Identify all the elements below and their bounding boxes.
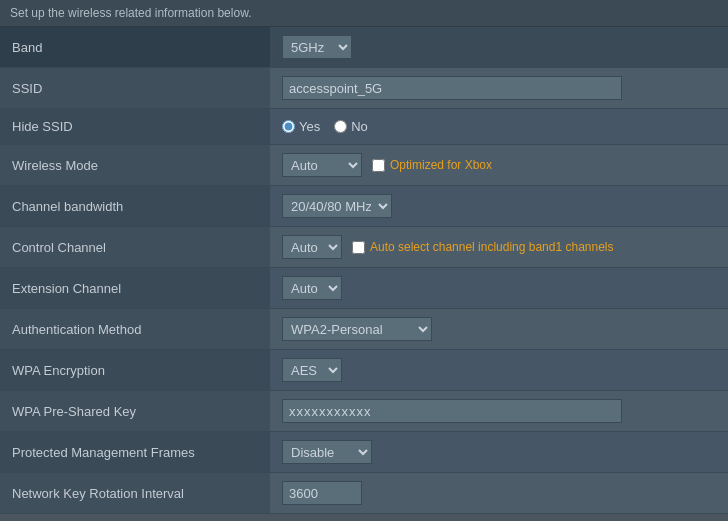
ssid-input[interactable] — [282, 76, 622, 100]
optimized-xbox-checkbox[interactable] — [372, 159, 385, 172]
control-channel-select[interactable]: Auto — [282, 235, 342, 259]
wpa-psk-input[interactable] — [282, 399, 622, 423]
control-channel-label: Control Channel — [0, 227, 270, 268]
hide-ssid-radio-group: Yes No — [282, 119, 716, 134]
nkri-row: Network Key Rotation Interval — [0, 473, 728, 514]
control-channel-inline: Auto Auto select channel including band1… — [282, 235, 716, 259]
header-bar: Set up the wireless related information … — [0, 0, 728, 27]
optimized-xbox-text: Optimized for Xbox — [390, 158, 492, 172]
band-label: Band — [0, 27, 270, 68]
pmf-label: Protected Management Frames — [0, 432, 270, 473]
extension-channel-select[interactable]: Auto — [282, 276, 342, 300]
nkri-value-cell — [270, 473, 728, 514]
channel-bandwidth-label: Channel bandwidth — [0, 186, 270, 227]
optimized-xbox-label[interactable]: Optimized for Xbox — [372, 158, 492, 172]
page-container: Set up the wireless related information … — [0, 0, 728, 514]
pmf-row: Protected Management Frames Disable Enab… — [0, 432, 728, 473]
control-channel-row: Control Channel Auto Auto select channel… — [0, 227, 728, 268]
ssid-value-cell — [270, 68, 728, 109]
nkri-input[interactable] — [282, 481, 362, 505]
channel-bandwidth-row: Channel bandwidth 20/40/80 MHz 20 MHz 40… — [0, 186, 728, 227]
wpa-psk-value-cell — [270, 391, 728, 432]
hide-ssid-no-label[interactable]: No — [334, 119, 368, 134]
wireless-mode-label: Wireless Mode — [0, 145, 270, 186]
auto-select-label[interactable]: Auto select channel including band1 chan… — [352, 240, 614, 254]
control-channel-value-cell: Auto Auto select channel including band1… — [270, 227, 728, 268]
hide-ssid-no-radio[interactable] — [334, 120, 347, 133]
auth-method-row: Authentication Method WPA2-Personal WPA-… — [0, 309, 728, 350]
channel-bandwidth-select[interactable]: 20/40/80 MHz 20 MHz 40 MHz — [282, 194, 392, 218]
hide-ssid-yes-text: Yes — [299, 119, 320, 134]
auto-select-checkbox[interactable] — [352, 241, 365, 254]
wireless-mode-value-cell: Auto Optimized for Xbox — [270, 145, 728, 186]
hide-ssid-label: Hide SSID — [0, 109, 270, 145]
pmf-select[interactable]: Disable Enable Capable — [282, 440, 372, 464]
pmf-value-cell: Disable Enable Capable — [270, 432, 728, 473]
wireless-mode-select[interactable]: Auto — [282, 153, 362, 177]
channel-bandwidth-value-cell: 20/40/80 MHz 20 MHz 40 MHz — [270, 186, 728, 227]
auth-method-value-cell: WPA2-Personal WPA-Personal Open System S… — [270, 309, 728, 350]
extension-channel-row: Extension Channel Auto — [0, 268, 728, 309]
nkri-label: Network Key Rotation Interval — [0, 473, 270, 514]
hide-ssid-row: Hide SSID Yes No — [0, 109, 728, 145]
wpa-encryption-label: WPA Encryption — [0, 350, 270, 391]
hide-ssid-yes-label[interactable]: Yes — [282, 119, 320, 134]
wireless-mode-row: Wireless Mode Auto Optimized for Xbox — [0, 145, 728, 186]
auto-select-text: Auto select channel including band1 chan… — [370, 240, 614, 254]
hide-ssid-value-cell: Yes No — [270, 109, 728, 145]
extension-channel-label: Extension Channel — [0, 268, 270, 309]
auth-method-label: Authentication Method — [0, 309, 270, 350]
settings-form: Band 5GHz 2.4GHz SSID Hide SSID — [0, 27, 728, 514]
hide-ssid-no-text: No — [351, 119, 368, 134]
auth-method-select[interactable]: WPA2-Personal WPA-Personal Open System S… — [282, 317, 432, 341]
band-select[interactable]: 5GHz 2.4GHz — [282, 35, 352, 59]
wpa-psk-label: WPA Pre-Shared Key — [0, 391, 270, 432]
band-row: Band 5GHz 2.4GHz — [0, 27, 728, 68]
wpa-psk-row: WPA Pre-Shared Key — [0, 391, 728, 432]
ssid-label: SSID — [0, 68, 270, 109]
extension-channel-value-cell: Auto — [270, 268, 728, 309]
wpa-encryption-row: WPA Encryption AES TKIP — [0, 350, 728, 391]
ssid-row: SSID — [0, 68, 728, 109]
wireless-mode-inline: Auto Optimized for Xbox — [282, 153, 716, 177]
wpa-encryption-select[interactable]: AES TKIP — [282, 358, 342, 382]
header-description: Set up the wireless related information … — [10, 6, 251, 20]
wpa-encryption-value-cell: AES TKIP — [270, 350, 728, 391]
hide-ssid-yes-radio[interactable] — [282, 120, 295, 133]
band-value-cell: 5GHz 2.4GHz — [270, 27, 728, 68]
